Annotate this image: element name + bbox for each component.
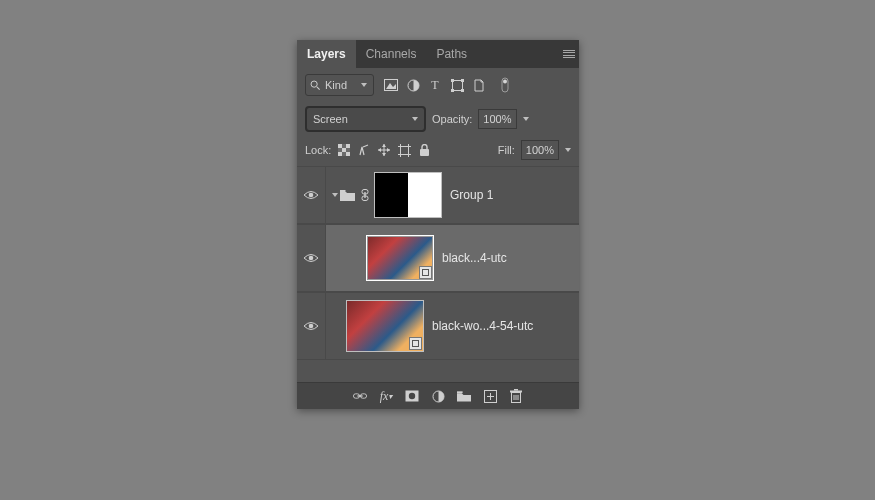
svg-text:T: T <box>431 79 439 91</box>
new-layer-button[interactable] <box>483 389 497 403</box>
svg-rect-18 <box>346 152 350 156</box>
smartobject-badge-icon <box>419 266 432 279</box>
lock-fill-row: Lock: Fill: 100% <box>297 138 579 166</box>
fill-label: Fill: <box>498 144 515 156</box>
lock-all-icon[interactable] <box>417 143 431 157</box>
link-icon <box>360 189 370 201</box>
blend-mode-select[interactable]: Screen <box>305 106 426 132</box>
svg-point-0 <box>311 81 317 87</box>
layers-panel: Layers Channels Paths Kind T <box>297 40 579 409</box>
search-icon <box>310 80 321 91</box>
add-mask-button[interactable] <box>405 389 419 403</box>
svg-rect-10 <box>461 89 464 92</box>
hamburger-icon <box>563 50 575 58</box>
svg-rect-56 <box>514 389 518 391</box>
panel-menu-button[interactable] <box>559 40 579 68</box>
lock-transparency-icon[interactable] <box>337 143 351 157</box>
layer-thumbnail[interactable] <box>366 235 434 281</box>
visibility-toggle[interactable] <box>297 167 326 223</box>
tab-paths[interactable]: Paths <box>426 40 477 68</box>
fill-value-input[interactable]: 100% <box>521 140 559 160</box>
layer-filter-row: Kind T <box>297 68 579 102</box>
chevron-down-icon <box>412 117 418 121</box>
filter-adjustment-icon[interactable] <box>406 78 420 92</box>
eye-icon <box>303 190 319 200</box>
svg-marker-23 <box>378 148 381 152</box>
adjustment-layer-button[interactable] <box>431 389 445 403</box>
layer-mask-thumbnail[interactable] <box>374 172 442 218</box>
opacity-label: Opacity: <box>432 113 472 125</box>
svg-rect-47 <box>457 391 463 393</box>
svg-line-1 <box>317 86 320 89</box>
svg-rect-25 <box>400 146 408 154</box>
layer-style-button[interactable]: fx▾ <box>379 389 393 403</box>
svg-marker-24 <box>387 148 390 152</box>
chevron-down-icon <box>361 83 367 87</box>
visibility-toggle[interactable] <box>297 225 326 291</box>
filter-shape-icon[interactable] <box>450 78 464 92</box>
svg-rect-15 <box>346 144 350 148</box>
eye-icon <box>303 321 319 331</box>
svg-point-35 <box>309 193 314 198</box>
visibility-toggle[interactable] <box>297 293 326 359</box>
blend-opacity-row: Screen Opacity: 100% <box>297 102 579 138</box>
filter-smartobject-icon[interactable] <box>472 78 486 92</box>
svg-rect-7 <box>451 79 454 82</box>
layers-panel-footer: fx▾ <box>297 382 579 409</box>
svg-marker-21 <box>382 144 386 147</box>
chevron-down-icon[interactable] <box>523 117 529 121</box>
filter-kind-select[interactable]: Kind <box>305 74 374 96</box>
smartobject-badge-icon <box>409 337 422 350</box>
lock-image-icon[interactable] <box>357 143 371 157</box>
blend-mode-value: Screen <box>313 113 348 125</box>
new-group-button[interactable] <box>457 389 471 403</box>
tab-channels[interactable]: Channels <box>356 40 427 68</box>
layer-row[interactable]: black...4-utc <box>297 224 579 292</box>
layer-name[interactable]: Group 1 <box>450 188 493 202</box>
chevron-down-icon[interactable] <box>332 193 338 197</box>
eye-icon <box>303 253 319 263</box>
layer-name[interactable]: black-wo...4-54-utc <box>432 319 533 333</box>
link-layers-button[interactable] <box>353 389 367 403</box>
svg-rect-9 <box>451 89 454 92</box>
layers-list: Group 1 black...4-utc black-wo...4-54-ut… <box>297 166 579 382</box>
svg-marker-22 <box>382 153 386 156</box>
filter-kind-label: Kind <box>325 79 347 91</box>
svg-point-40 <box>309 324 314 329</box>
layer-thumbnail[interactable] <box>346 300 424 352</box>
layer-name[interactable]: black...4-utc <box>442 251 507 265</box>
opacity-value-input[interactable]: 100% <box>478 109 516 129</box>
svg-rect-16 <box>342 148 346 152</box>
filter-toggle-icon[interactable] <box>498 78 512 92</box>
lock-label: Lock: <box>305 144 331 156</box>
tab-layers[interactable]: Layers <box>297 40 356 68</box>
svg-point-39 <box>309 256 314 261</box>
filter-text-icon[interactable]: T <box>428 78 442 92</box>
opacity-value: 100% <box>483 113 511 125</box>
folder-icon <box>340 189 356 201</box>
panel-tab-bar: Layers Channels Paths <box>297 40 579 68</box>
svg-point-45 <box>409 393 415 399</box>
filter-pixel-icon[interactable] <box>384 78 398 92</box>
svg-rect-55 <box>510 391 522 393</box>
layer-row-group[interactable]: Group 1 <box>297 166 579 224</box>
fill-value: 100% <box>526 144 554 156</box>
chevron-down-icon[interactable] <box>565 148 571 152</box>
layer-row[interactable]: black-wo...4-54-utc <box>297 292 579 360</box>
svg-rect-17 <box>338 152 342 156</box>
svg-rect-34 <box>420 149 429 156</box>
lock-position-icon[interactable] <box>377 143 391 157</box>
svg-marker-3 <box>386 83 396 89</box>
delete-layer-button[interactable] <box>509 389 523 403</box>
lock-artboard-icon[interactable] <box>397 143 411 157</box>
svg-rect-14 <box>338 144 342 148</box>
svg-point-12 <box>503 80 507 84</box>
svg-rect-8 <box>461 79 464 82</box>
